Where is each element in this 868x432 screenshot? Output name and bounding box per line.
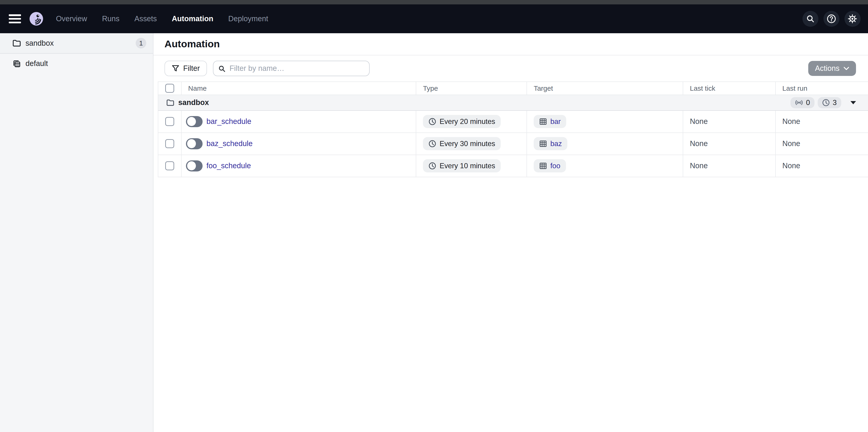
nav-tab-assets[interactable]: Assets bbox=[134, 14, 157, 23]
filter-button-label: Filter bbox=[183, 64, 200, 73]
app-body: sandbox 1 default bbox=[0, 33, 868, 432]
menu-icon[interactable] bbox=[9, 14, 21, 23]
column-header-last-tick: Last tick bbox=[683, 82, 776, 95]
schedule-name-link[interactable]: foo_schedule bbox=[207, 161, 251, 170]
group-name: sandbox bbox=[178, 98, 209, 107]
table-row: foo_schedule Every 10 minutes foo bbox=[158, 155, 868, 177]
job-grid-icon bbox=[539, 162, 547, 170]
target-link[interactable]: baz bbox=[550, 140, 562, 148]
last-run-cell: None bbox=[776, 133, 868, 155]
funnel-icon bbox=[172, 65, 180, 72]
job-grid-icon bbox=[539, 118, 547, 126]
schedule-type-label: Every 20 minutes bbox=[439, 118, 495, 126]
page-header: Automation bbox=[153, 33, 868, 55]
clock-icon bbox=[429, 162, 436, 170]
schedule-name-link[interactable]: bar_schedule bbox=[207, 117, 251, 126]
row-checkbox[interactable] bbox=[165, 117, 174, 126]
schedule-type-label: Every 10 minutes bbox=[439, 162, 495, 170]
row-checkbox[interactable] bbox=[165, 161, 174, 170]
help-icon[interactable] bbox=[824, 11, 840, 27]
sensor-count: 0 bbox=[806, 98, 810, 107]
job-grid-icon bbox=[539, 140, 547, 148]
toolbar: Filter Actions bbox=[153, 55, 868, 82]
schedule-type-label: Every 30 minutes bbox=[439, 140, 495, 148]
clock-icon bbox=[429, 140, 436, 148]
filter-by-name-input[interactable] bbox=[213, 61, 370, 76]
clock-icon bbox=[822, 99, 830, 106]
primary-nav: Overview Runs Assets Automation Deployme… bbox=[56, 14, 268, 23]
schedule-toggle[interactable] bbox=[186, 116, 203, 127]
table-row: bar_schedule Every 20 minutes bar bbox=[158, 111, 868, 133]
automation-table: Name Type Target Last tick Last run sand… bbox=[158, 82, 868, 177]
navbar-icon-group bbox=[803, 11, 861, 27]
filter-button[interactable]: Filter bbox=[164, 61, 207, 76]
last-tick-cell: None bbox=[683, 155, 776, 177]
sidebar-item-default[interactable]: default bbox=[0, 54, 153, 73]
target-pill: baz bbox=[534, 137, 567, 151]
schedule-count-pill[interactable]: 3 bbox=[818, 97, 841, 108]
sensor-count-pill[interactable]: 0 bbox=[790, 97, 814, 108]
search-field-wrap bbox=[213, 61, 370, 76]
column-header-target: Target bbox=[527, 82, 683, 95]
schedule-toggle[interactable] bbox=[186, 160, 203, 172]
chevron-down-icon bbox=[843, 66, 849, 71]
nav-tab-overview[interactable]: Overview bbox=[56, 14, 87, 23]
caret-down-icon[interactable] bbox=[850, 101, 856, 104]
dagster-logo-icon[interactable] bbox=[29, 11, 44, 26]
code-location-icon bbox=[12, 59, 21, 68]
actions-button[interactable]: Actions bbox=[808, 61, 856, 76]
sidebar-item-sandbox[interactable]: sandbox 1 bbox=[0, 33, 153, 53]
actions-button-label: Actions bbox=[815, 64, 839, 73]
schedule-type-pill: Every 20 minutes bbox=[423, 115, 501, 128]
select-all-checkbox[interactable] bbox=[165, 84, 174, 93]
group-row-sandbox[interactable]: sandbox 0 3 bbox=[158, 95, 868, 111]
sensor-icon bbox=[795, 99, 803, 106]
target-link[interactable]: foo bbox=[550, 162, 560, 170]
folder-icon bbox=[12, 39, 21, 48]
column-header-last-run: Last run bbox=[776, 82, 868, 95]
last-tick-cell: None bbox=[683, 111, 776, 132]
search-icon[interactable] bbox=[803, 11, 818, 27]
main-content: Automation Filter Actions bbox=[153, 33, 868, 432]
schedule-count: 3 bbox=[833, 98, 837, 107]
table-header-row: Name Type Target Last tick Last run bbox=[158, 82, 868, 95]
folder-icon bbox=[166, 98, 175, 107]
target-pill: foo bbox=[534, 159, 566, 173]
schedule-type-pill: Every 10 minutes bbox=[423, 159, 501, 173]
table-row: baz_schedule Every 30 minutes baz bbox=[158, 133, 868, 155]
top-navbar: Overview Runs Assets Automation Deployme… bbox=[0, 4, 868, 33]
nav-tab-automation[interactable]: Automation bbox=[172, 14, 213, 23]
schedule-name-link[interactable]: baz_schedule bbox=[207, 140, 253, 148]
sidebar-item-label: sandbox bbox=[25, 39, 54, 48]
gear-icon[interactable] bbox=[844, 11, 861, 27]
nav-tab-runs[interactable]: Runs bbox=[102, 14, 120, 23]
page-title: Automation bbox=[164, 38, 220, 50]
column-header-name: Name bbox=[182, 82, 416, 95]
schedule-toggle[interactable] bbox=[186, 138, 203, 149]
clock-icon bbox=[429, 118, 436, 126]
column-header-type: Type bbox=[416, 82, 527, 95]
schedule-type-pill: Every 30 minutes bbox=[423, 137, 501, 151]
last-tick-cell: None bbox=[683, 133, 776, 155]
nav-tab-deployment[interactable]: Deployment bbox=[228, 14, 268, 23]
last-run-cell: None bbox=[776, 155, 868, 177]
window-top-strip bbox=[0, 0, 868, 4]
select-all-cell bbox=[158, 82, 182, 95]
last-run-cell: None bbox=[776, 111, 868, 132]
sidebar-item-label: default bbox=[25, 59, 48, 68]
sandbox-count-badge: 1 bbox=[136, 38, 146, 49]
dagster-app: Overview Runs Assets Automation Deployme… bbox=[0, 0, 868, 432]
target-pill: bar bbox=[534, 115, 566, 128]
code-location-sidebar: sandbox 1 default bbox=[0, 33, 153, 432]
row-checkbox[interactable] bbox=[165, 139, 174, 148]
magnifier-icon bbox=[218, 65, 226, 75]
target-link[interactable]: bar bbox=[550, 118, 561, 126]
